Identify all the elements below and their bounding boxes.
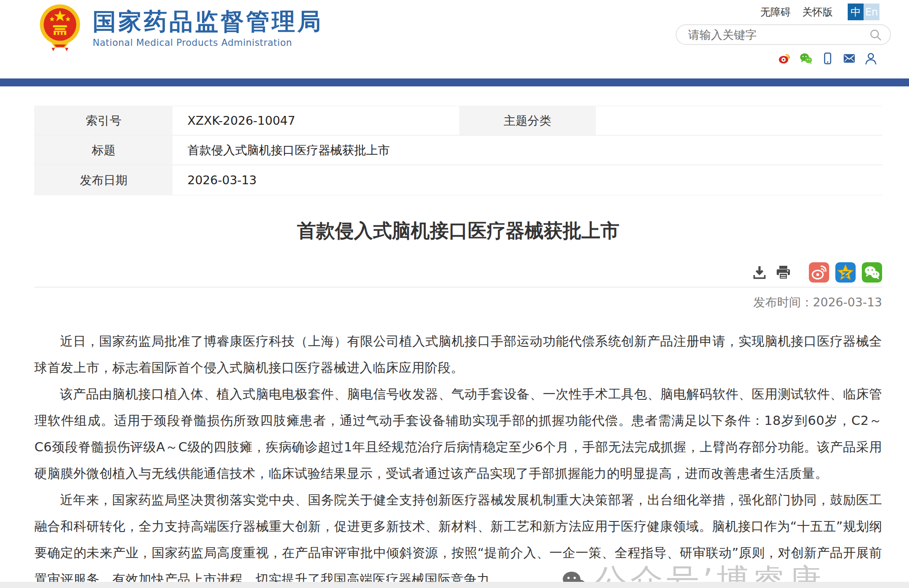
wechat-icon[interactable] <box>800 52 812 65</box>
publish-time-value: 2026-03-13 <box>813 295 882 309</box>
index-number-label: 索引号 <box>35 106 172 136</box>
page: 国家药品监督管理局 National Medical Products Admi… <box>0 0 909 588</box>
national-emblem-icon <box>39 4 81 53</box>
title-label: 标题 <box>35 136 172 165</box>
toolbar-divider <box>34 287 882 287</box>
article-paragraph: 该产品由脑机接口植入体、植入式脑电电极套件、脑电信号收发器、气动手套设备、一次性… <box>34 381 882 487</box>
publish-date-value: 2026-03-13 <box>172 165 883 195</box>
language-switch: 中 En <box>848 4 879 20</box>
care-version-link[interactable]: 关怀版 <box>802 5 833 19</box>
site-title: 国家药品监督管理局 <box>93 8 323 35</box>
download-icon[interactable] <box>752 264 767 280</box>
site-logo[interactable]: 国家药品监督管理局 National Medical Products Admi… <box>39 4 323 53</box>
page-bottom-strip <box>0 582 909 588</box>
accessibility-link[interactable]: 无障碍 <box>760 5 791 19</box>
weibo-icon[interactable] <box>778 52 791 65</box>
article-body: 近日，国家药监局批准了博睿康医疗科技（上海）有限公司植入式脑机接口手部运动功能代… <box>34 328 882 588</box>
top-utility-links: 无障碍 关怀版 中 En <box>760 4 879 20</box>
article-paragraph: 近日，国家药监局批准了博睿康医疗科技（上海）有限公司植入式脑机接口手部运动功能代… <box>34 328 882 381</box>
nav-bar <box>0 78 909 86</box>
site-header: 国家药品监督管理局 National Medical Products Admi… <box>0 0 909 78</box>
article-title: 首款侵入式脑机接口医疗器械获批上市 <box>34 218 882 244</box>
index-number-value: XZXK-2026-10047 <box>172 106 459 136</box>
site-search <box>676 24 891 45</box>
topic-category-label: 主题分类 <box>459 106 596 136</box>
document-info-table: 索引号 XZXK-2026-10047 主题分类 标题 首款侵入式脑机接口医疗器… <box>34 106 882 195</box>
lang-zh-button[interactable]: 中 <box>848 4 864 20</box>
mail-icon[interactable] <box>843 52 856 65</box>
header-social-icons <box>778 52 877 65</box>
wechat-share-icon[interactable] <box>862 262 882 283</box>
main-content: 索引号 XZXK-2026-10047 主题分类 标题 首款侵入式脑机接口医疗器… <box>34 106 882 588</box>
article-toolbar <box>34 262 882 283</box>
search-icon[interactable] <box>869 28 882 41</box>
publish-date-label: 发布日期 <box>35 165 172 195</box>
publish-time-label: 发布时间： <box>753 295 813 309</box>
article-paragraph: 近年来，国家药监局坚决贯彻落实党中央、国务院关于健全支持创新医疗器械发展机制重大… <box>34 487 882 588</box>
print-icon[interactable] <box>775 264 791 280</box>
search-input[interactable] <box>688 28 869 41</box>
user-icon[interactable] <box>864 52 877 65</box>
site-title-block: 国家药品监督管理局 National Medical Products Admi… <box>93 8 323 48</box>
qzone-share-icon[interactable] <box>835 262 856 283</box>
topic-category-value <box>596 106 883 136</box>
lang-en-button[interactable]: En <box>864 4 879 20</box>
weibo-share-icon[interactable] <box>809 262 829 283</box>
site-subtitle: National Medical Products Administration <box>93 37 323 48</box>
publish-time-row: 发布时间：2026-03-13 <box>34 294 882 310</box>
title-value: 首款侵入式脑机接口医疗器械获批上市 <box>172 136 883 165</box>
mobile-icon[interactable] <box>821 52 834 65</box>
